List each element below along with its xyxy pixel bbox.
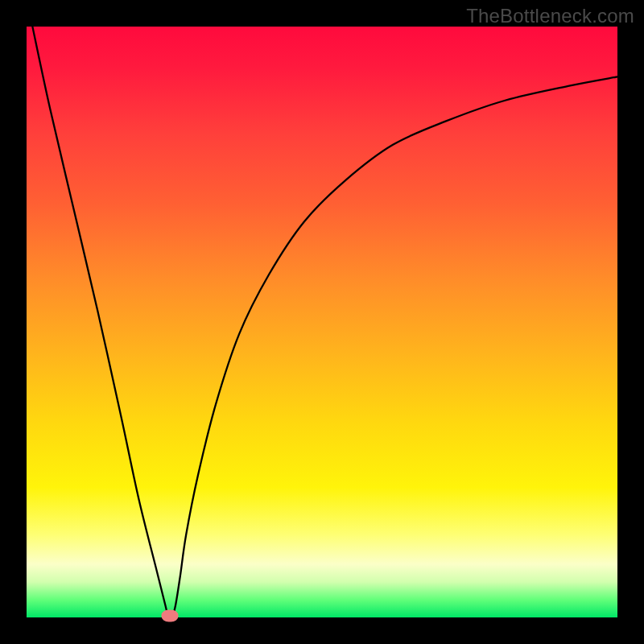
watermark-text: TheBottleneck.com bbox=[466, 5, 634, 27]
bottleneck-curve bbox=[32, 27, 617, 619]
plot-area bbox=[27, 27, 617, 617]
curve-layer bbox=[27, 27, 617, 617]
optimal-point-marker bbox=[162, 609, 179, 621]
chart-frame: TheBottleneck.com bbox=[0, 0, 644, 644]
